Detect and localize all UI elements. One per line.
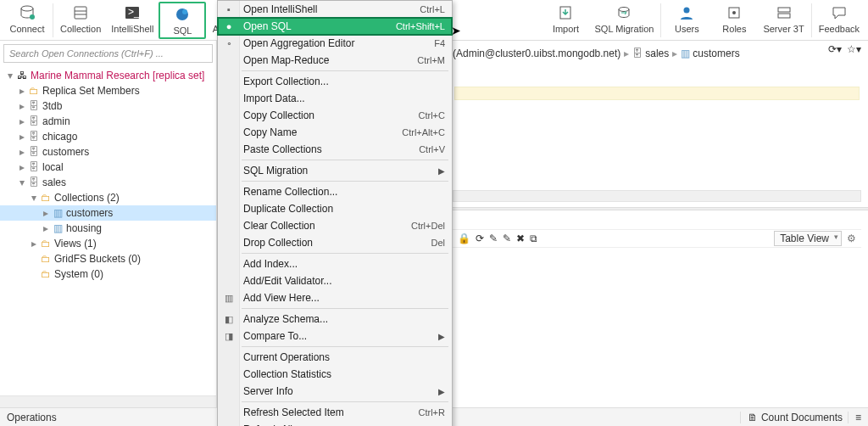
menu-sql-migration[interactable]: SQL Migration▶ [218,162,452,179]
view-icon: ▥ [222,293,236,304]
sidebar-hscroll[interactable] [0,395,216,407]
users-label: Users [675,24,699,34]
toolbar-separator [53,3,53,37]
connection-tree[interactable]: ▾🖧Marine Mammal Research [replica set] ▸… [0,66,216,395]
menu-paste-collections[interactable]: Paste CollectionsCtrl+V [218,141,452,158]
view-mode-dropdown[interactable]: Table View [774,231,842,246]
roles-button[interactable]: Roles [710,2,758,36]
breadcrumb-conn[interactable]: (Admin@cluster0.uibst.mongodb.net) [453,48,620,59]
menu-analyze-schema[interactable]: ◧Analyze Schema... [218,311,452,328]
system-label: System (0) [53,268,103,280]
menu-collection-statistics[interactable]: Collection Statistics [218,366,452,383]
refresh-icon[interactable]: ⟳▾ [828,43,842,55]
collection-label: customers [64,207,113,219]
svg-point-8 [182,9,187,14]
collection-icon [71,3,90,22]
sql-button[interactable]: SQL [159,2,206,39]
intellishell-label: IntelliShell [111,24,153,34]
menu-open-sql[interactable]: ●Open SQLCtrl+Shift+L [218,18,452,35]
menu-refresh-all[interactable]: Refresh AllCtrl+Shift+R [218,421,452,426]
connection-node[interactable]: ▾🖧Marine Mammal Research [replica set] [0,68,216,83]
breadcrumb-collection[interactable]: customers [693,48,739,59]
menu-current-operations[interactable]: Current Operations [218,349,452,366]
star-icon[interactable]: ☆▾ [847,43,861,55]
collections-folder[interactable]: ▾🗀Collections (2) [0,190,216,205]
server-icon [775,3,793,22]
submenu-arrow-icon: ▶ [438,332,445,341]
collection-customers[interactable]: ▸▥customers [0,205,216,221]
pane-splitter[interactable] [453,207,868,210]
edit2-icon[interactable]: ✎ [503,233,511,244]
results-toolbar: 🔒 ⟳ ✎ ✎ ✖ ⧉ Table View ⚙ [453,229,861,248]
menu-server-info[interactable]: Server Info▶ [218,383,452,400]
menu-rename-collection[interactable]: Rename Collection... [218,183,452,200]
db-label: chicago [41,131,77,143]
delete-icon[interactable]: ✖ [516,233,525,244]
connect-label: Connect [10,24,45,34]
svg-point-16 [732,11,736,14]
db-node-local[interactable]: ▸🗄local [0,160,216,175]
menu-export-collection[interactable]: Export Collection... [218,73,452,90]
db-node-admin[interactable]: ▸🗄admin [0,114,216,129]
menu-drop-collection[interactable]: Drop CollectionDel [218,234,452,251]
menu-clear-collection[interactable]: Clear CollectionCtrl+Del [218,217,452,234]
sql-migration-button[interactable]: SQL Migration [589,2,659,36]
feedback-button[interactable]: Feedback [814,2,865,36]
document-icon: 🗎 [748,412,758,423]
terminal-icon: >_ [123,3,142,22]
editor-hscroll[interactable] [453,190,861,202]
breadcrumb-db[interactable]: sales [645,48,669,59]
menu-copy-name[interactable]: Copy NameCtrl+Alt+C [218,124,452,141]
gear-icon[interactable]: ⚙ [847,233,856,244]
copy-icon[interactable]: ⧉ [530,233,537,244]
db-node-customers[interactable]: ▸🗄customers [0,144,216,160]
db-node-chicago[interactable]: ▸🗄chicago [0,129,216,144]
lock-icon[interactable]: 🔒 [458,233,470,244]
views-folder[interactable]: ▸🗀Views (1) [0,236,216,251]
menu-add-index[interactable]: Add Index... [218,255,452,272]
intellishell-button[interactable]: >_ IntelliShell [106,2,159,36]
replica-label: Replica Set Members [41,85,140,97]
search-input[interactable]: Search Open Connections (Ctrl+F) ... [3,44,213,63]
connect-button[interactable]: Connect [3,2,51,36]
gridfs-folder[interactable]: 🗀GridFS Buckets (0) [0,251,216,266]
connections-sidebar: Search Open Connections (Ctrl+F) ... ▾🖧M… [0,41,217,407]
schema-icon: ◧ [222,314,236,325]
list-icon: ≡ [855,412,861,423]
collection-button[interactable]: Collection [55,2,106,36]
menu-import-data[interactable]: Import Data... [218,90,452,107]
status-extra[interactable]: ≡ [848,412,861,423]
menu-add-view-here[interactable]: ▥Add View Here... [218,289,452,306]
gridfs-label: GridFS Buckets (0) [53,253,141,265]
menu-copy-collection[interactable]: Copy CollectionCtrl+C [218,107,452,124]
db-label: local [41,161,64,173]
system-folder[interactable]: 🗀System (0) [0,266,216,282]
edit-icon[interactable]: ✎ [489,233,498,244]
menu-open-aggregation[interactable]: ∘Open Aggregation EditorF4 [218,35,452,52]
toolbar-separator [660,3,661,37]
menu-open-intellishell[interactable]: ▪Open IntelliShellCtrl+L [218,1,452,18]
import-button[interactable]: Import [542,2,589,36]
refresh-icon[interactable]: ⟳ [476,233,484,244]
server3t-label: Server 3T [763,24,804,34]
breadcrumb: (Admin@cluster0.uibst.mongodb.net) ▸ 🗄 s… [453,43,740,64]
operations-tab[interactable]: Operations [7,412,57,423]
menu-open-mapreduce[interactable]: Open Map-ReduceCtrl+M [218,52,452,69]
menu-compare-to[interactable]: ◨Compare To...▶ [218,328,452,345]
db-node-3tdb[interactable]: ▸🗄3tdb [0,98,216,114]
import-icon [556,3,575,22]
import-label: Import [553,24,579,34]
users-button[interactable]: Users [663,2,710,36]
submenu-arrow-icon: ▶ [438,166,445,176]
menu-add-edit-validator[interactable]: Add/Edit Validator... [218,272,452,289]
collection-housing[interactable]: ▸▥housing [0,221,216,236]
count-documents-button[interactable]: 🗎 Count Documents [740,412,843,423]
db-label: customers [41,146,89,158]
db-node-sales[interactable]: ▾🗄sales [0,175,216,190]
replica-set-node[interactable]: ▸🗀Replica Set Members [0,83,216,98]
menu-duplicate-collection[interactable]: Duplicate Collection [218,200,452,217]
compare-icon: ◨ [222,331,236,342]
server3t-button[interactable]: Server 3T [758,2,809,36]
menu-refresh-selected[interactable]: Refresh Selected ItemCtrl+R [218,404,452,421]
sql-label: SQL [173,25,192,36]
